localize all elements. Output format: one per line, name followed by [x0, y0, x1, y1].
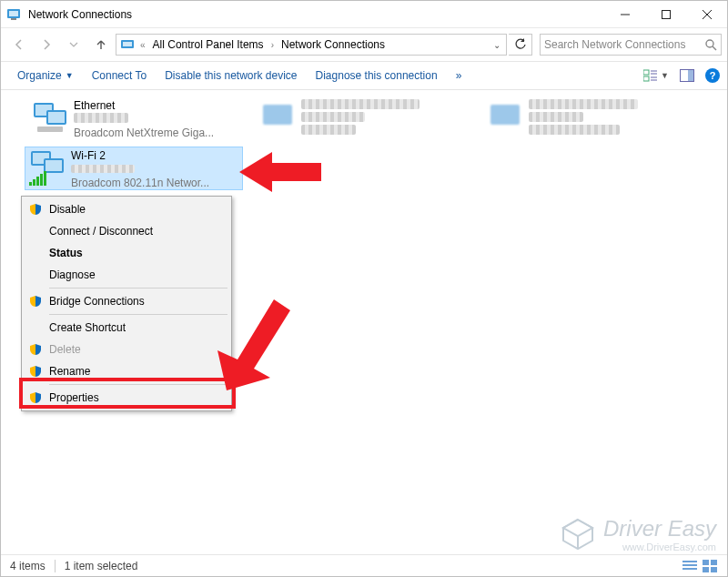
- connection-item-wifi2[interactable]: Wi-Fi 2 Broadcom 802.11n Networ...: [25, 147, 243, 190]
- breadcrumb-sep-icon: «: [138, 40, 147, 50]
- search-input[interactable]: Search Network Connections: [540, 34, 722, 56]
- ctx-properties[interactable]: Properties: [24, 387, 229, 409]
- connect-to-button[interactable]: Connect To: [83, 62, 157, 89]
- svg-rect-11: [643, 70, 649, 75]
- svg-rect-14: [643, 76, 649, 81]
- search-placeholder: Search Network Connections: [544, 38, 705, 51]
- shield-icon: [29, 365, 42, 378]
- ctx-connect-disconnect[interactable]: Connect / Disconnect: [24, 220, 229, 242]
- close-button[interactable]: [686, 1, 727, 27]
- window-controls: [604, 1, 727, 27]
- ctx-disable[interactable]: Disable: [24, 198, 229, 220]
- shield-icon: [29, 203, 42, 216]
- svg-rect-38: [703, 560, 709, 565]
- menu-separator: [49, 384, 228, 385]
- svg-rect-29: [46, 160, 62, 171]
- svg-rect-39: [711, 560, 717, 565]
- svg-rect-22: [48, 112, 65, 123]
- details-view-button[interactable]: [682, 559, 698, 573]
- navigation-bar: « All Control Panel Items › Network Conn…: [1, 28, 727, 61]
- shield-icon: [29, 391, 42, 404]
- forward-button[interactable]: [34, 32, 59, 57]
- svg-rect-35: [682, 561, 697, 562]
- shield-icon: [29, 295, 42, 308]
- view-icon: [643, 69, 658, 82]
- svg-rect-18: [688, 70, 693, 81]
- svg-rect-25: [490, 105, 520, 125]
- svg-rect-41: [711, 567, 717, 572]
- connection-adapter: Broadcom NetXtreme Giga...: [74, 127, 214, 140]
- ctx-delete: Delete: [24, 339, 229, 360]
- ctx-create-shortcut[interactable]: Create Shortcut: [24, 317, 229, 339]
- control-panel-icon: [6, 7, 21, 22]
- svg-line-10: [713, 46, 716, 50]
- help-button[interactable]: ?: [705, 68, 720, 83]
- adapter-icon: [487, 99, 523, 136]
- status-bar: 4 items 1 item selected: [1, 554, 727, 576]
- diagnose-connection-button[interactable]: Diagnose this connection: [307, 62, 447, 89]
- breadcrumb-item-1[interactable]: All Control Panel Items: [151, 38, 266, 51]
- connection-name: Ethernet: [74, 99, 214, 113]
- search-icon: [705, 39, 717, 51]
- svg-rect-8: [123, 42, 132, 46]
- wifi-adapter-icon: [29, 149, 66, 186]
- connection-item-ethernet[interactable]: Ethernet Broadcom NetXtreme Giga...: [28, 97, 247, 141]
- ctx-diagnose[interactable]: Diagnose: [24, 264, 229, 286]
- svg-rect-23: [37, 127, 63, 132]
- svg-rect-40: [703, 567, 709, 572]
- more-commands-button[interactable]: »: [447, 62, 471, 89]
- status-selected-count: 1 item selected: [65, 560, 138, 572]
- up-button[interactable]: [88, 32, 114, 57]
- preview-pane-icon: [680, 69, 694, 82]
- status-item-count: 4 items: [10, 560, 46, 572]
- back-button[interactable]: [6, 32, 32, 57]
- svg-rect-36: [682, 564, 697, 566]
- preview-pane-button[interactable]: [680, 69, 694, 82]
- context-menu: Disable Connect / Disconnect Status Diag…: [21, 196, 232, 411]
- connection-item-redacted-2[interactable]: [483, 97, 702, 141]
- svg-point-9: [706, 40, 713, 47]
- shield-icon: [29, 343, 42, 356]
- command-bar: Organize▼ Connect To Disable this networ…: [1, 61, 727, 90]
- location-icon: [120, 37, 135, 52]
- organize-menu[interactable]: Organize▼: [8, 62, 83, 89]
- large-icons-view-button[interactable]: [702, 559, 718, 573]
- svg-rect-24: [263, 105, 292, 125]
- chevron-down-icon: ▼: [66, 71, 74, 80]
- menu-separator: [49, 314, 228, 315]
- svg-rect-2: [11, 18, 16, 20]
- address-bar[interactable]: « All Control Panel Items › Network Conn…: [116, 34, 507, 56]
- svg-rect-4: [662, 10, 670, 18]
- minimize-button[interactable]: [604, 1, 645, 27]
- disable-device-button[interactable]: Disable this network device: [156, 62, 306, 89]
- view-options-button[interactable]: ▼: [643, 69, 669, 82]
- ethernet-adapter-icon: [32, 99, 68, 136]
- signal-strength-icon: [29, 171, 46, 186]
- connection-name: Wi-Fi 2: [71, 149, 209, 163]
- refresh-button[interactable]: [509, 34, 532, 56]
- ctx-rename[interactable]: Rename: [24, 360, 229, 382]
- menu-separator: [49, 288, 228, 288]
- breadcrumb-item-2[interactable]: Network Connections: [279, 38, 387, 51]
- window-title: Network Connections: [28, 8, 604, 21]
- ctx-status[interactable]: Status: [24, 242, 229, 264]
- ctx-bridge-connections[interactable]: Bridge Connections: [24, 290, 229, 312]
- address-dropdown-icon[interactable]: ⌄: [490, 40, 504, 50]
- connection-item-redacted-1[interactable]: [256, 97, 474, 141]
- maximize-button[interactable]: [645, 1, 686, 27]
- svg-rect-37: [682, 568, 697, 570]
- adapter-icon: [259, 99, 296, 136]
- connection-adapter: Broadcom 802.11n Networ...: [71, 177, 209, 190]
- chevron-right-icon[interactable]: ›: [269, 40, 276, 50]
- recent-dropdown[interactable]: [61, 32, 86, 57]
- titlebar: Network Connections: [1, 1, 727, 28]
- svg-rect-1: [9, 11, 18, 16]
